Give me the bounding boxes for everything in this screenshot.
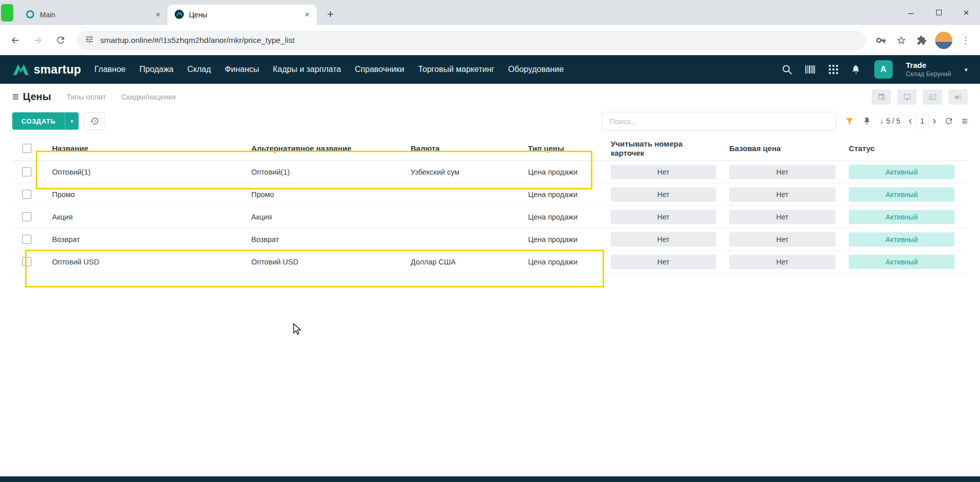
tab-title: Main (40, 11, 55, 19)
maximize-icon (936, 10, 942, 15)
nav-item-finansy[interactable]: Финансы (225, 65, 259, 74)
cell-price-type: Цена продажи (528, 258, 611, 266)
password-key-icon[interactable] (872, 31, 890, 50)
search-icon[interactable] (782, 64, 792, 75)
tab-close-icon[interactable]: × (305, 11, 309, 19)
display-button[interactable] (897, 89, 917, 105)
prev-page-icon[interactable]: ‹ (909, 115, 912, 127)
row-checkbox[interactable] (22, 234, 32, 244)
status-badge: Активный (849, 232, 954, 247)
announcement-button[interactable] (948, 89, 968, 105)
link-payment-types[interactable]: Типы оплат (66, 93, 106, 101)
user-company: Trade (906, 61, 951, 70)
column-name: Название (52, 144, 251, 153)
page-header-actions (872, 89, 968, 105)
create-dropdown-button[interactable]: ▾ (65, 112, 79, 130)
base-price-badge: Нет (729, 210, 835, 224)
pin-icon[interactable] (863, 117, 871, 126)
pagination: ‹ 1 › (909, 114, 937, 128)
window-close-button[interactable]: × (952, 0, 980, 25)
cell-price-type: Цена продажи (528, 190, 611, 199)
cell-price-type: Цена продажи (528, 235, 611, 244)
nav-item-oborudovanie[interactable]: Оборудование (508, 65, 564, 74)
user-avatar[interactable]: A (874, 60, 893, 79)
filter-icon[interactable] (845, 116, 854, 126)
browser-profile-avatar[interactable] (935, 32, 952, 49)
status-badge: Активный (849, 255, 954, 269)
create-button[interactable]: СОЗДАТЬ (12, 112, 65, 130)
page-menu-icon[interactable]: ≡ (12, 91, 19, 103)
user-branch: Склад Беруний (906, 70, 951, 79)
forward-button[interactable] (28, 30, 48, 51)
record-counter[interactable]: ↓ 5 / 5 (879, 116, 900, 126)
search-input[interactable] (602, 112, 836, 131)
tab-title: Цены (189, 11, 207, 19)
table-row[interactable]: Оптовий USD Оптовий USD Доллар США Цена … (12, 251, 968, 273)
row-checkbox[interactable] (22, 257, 32, 267)
nav-item-kadry[interactable]: Кадры и зарплата (273, 65, 341, 74)
cell-currency: Доллар США (411, 258, 528, 266)
smartup-logo[interactable]: smartup (12, 63, 81, 77)
calendar-button[interactable] (872, 89, 891, 105)
row-checkbox[interactable] (22, 189, 32, 199)
counter-text: 5 / 5 (886, 117, 900, 125)
browser-tab-strip: Main × Цены × + – × (0, 0, 980, 25)
base-price-badge: Нет (729, 232, 835, 247)
table-row[interactable]: Акция Акция Цена продажи Нет Нет Активны… (12, 206, 968, 228)
table-row[interactable]: Промо Промо Цена продажи Нет Нет Активны… (12, 183, 968, 206)
brand-text: smartup (34, 63, 81, 77)
status-badge: Активный (849, 187, 954, 202)
apps-grid-icon[interactable] (829, 65, 838, 74)
header-actions: A Trade Склад Беруний ▾ (782, 60, 968, 79)
url-field[interactable]: smartup.online/#/!1s5zhqm2hd/anor/mkr/pr… (77, 31, 866, 50)
card-icon (928, 93, 937, 101)
list-menu-icon[interactable]: ≡ (962, 116, 968, 126)
smartup-logo-mark (12, 63, 30, 76)
cell-name: Возврат (52, 235, 251, 244)
main-nav: Главное Продажа Склад Финансы Кадры и за… (94, 65, 564, 74)
row-checkbox[interactable] (22, 212, 32, 222)
site-settings-icon[interactable] (85, 35, 94, 46)
mouse-cursor (293, 323, 303, 336)
barcode-icon[interactable] (805, 65, 816, 74)
notifications-bell-icon[interactable] (851, 64, 861, 75)
tab-close-icon[interactable]: × (156, 11, 160, 19)
nav-item-sklad[interactable]: Склад (187, 65, 211, 74)
browser-tab-prices[interactable]: Цены × (168, 5, 317, 25)
cell-name: Оптовий USD (52, 258, 251, 266)
browser-tab-main[interactable]: Main × (18, 5, 168, 25)
extensions-icon[interactable] (913, 31, 931, 50)
bookmark-star-icon[interactable] (892, 31, 911, 50)
cell-price-type: Цена продажи (528, 213, 611, 221)
cell-price-type: Цена продажи (528, 168, 611, 176)
table-row[interactable]: Возврат Возврат Цена продажи Нет Нет Акт… (12, 228, 968, 251)
back-button[interactable] (5, 30, 26, 51)
select-all-checkbox[interactable] (22, 143, 32, 153)
table-row[interactable]: Оптовий(1) Оптовий(1) Узбекский сум Цена… (12, 161, 968, 183)
card-button[interactable] (923, 89, 942, 105)
refresh-icon[interactable] (944, 116, 953, 126)
base-price-badge: Нет (729, 187, 835, 202)
chevron-down-icon[interactable]: ▾ (964, 66, 968, 74)
browser-menu-icon[interactable]: ⋮ (957, 31, 975, 50)
main-tab-favicon (26, 10, 35, 20)
reload-button[interactable] (50, 30, 70, 51)
user-menu[interactable]: Trade Склад Беруний (906, 61, 951, 78)
window-maximize-button[interactable] (925, 0, 952, 25)
nav-item-spravochniki[interactable]: Справочники (355, 65, 404, 74)
base-price-badge: Нет (729, 255, 835, 269)
row-checkbox[interactable] (22, 167, 32, 177)
base-price-badge: Нет (729, 165, 835, 179)
url-text: smartup.online/#/!1s5zhqm2hd/anor/mkr/pr… (100, 36, 295, 45)
toolbar-right: ↓ 5 / 5 ‹ 1 › ≡ (602, 112, 968, 131)
nav-item-prodazha[interactable]: Продажа (139, 65, 174, 74)
link-discounts[interactable]: Скидки/наценки (121, 93, 176, 101)
page-number[interactable]: 1 (916, 114, 929, 128)
new-tab-button[interactable]: + (323, 7, 338, 22)
window-minimize-button[interactable]: – (897, 0, 925, 25)
next-page-icon[interactable]: › (933, 115, 936, 127)
nav-item-marketing[interactable]: Торговый маркетинг (418, 65, 494, 74)
calendar-icon (877, 93, 886, 101)
history-button[interactable] (84, 112, 105, 130)
nav-item-glavnoe[interactable]: Главное (94, 65, 126, 74)
